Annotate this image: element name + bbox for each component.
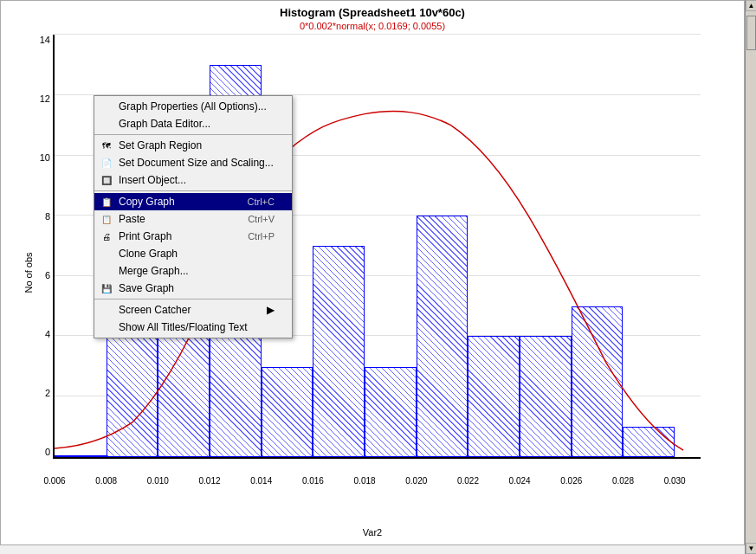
x-tick-0.024: 0.024 (509, 476, 531, 486)
x-tick-0.022: 0.022 (457, 476, 479, 486)
y-tick-8: 8 (16, 211, 50, 222)
bar-0.016 (313, 246, 365, 457)
x-tick-0.016: 0.016 (302, 476, 324, 486)
menu-item-clone-graph-label: Clone Graph (119, 248, 178, 260)
x-tick-0.014: 0.014 (250, 476, 272, 486)
app-window: Histogram (Spreadsheet1 10v*60c) 0*0.002… (0, 0, 756, 554)
menu-item-set-document-size-label: Set Document Size and Scaling... (119, 157, 274, 169)
x-tick-0.008: 0.008 (95, 476, 117, 486)
menu-item-merge-graph[interactable]: Merge Graph... (94, 262, 292, 280)
menu-item-copy-graph[interactable]: 📋 Copy Graph Ctrl+C (94, 193, 292, 210)
y-tick-4: 4 (16, 329, 50, 339)
menu-item-print-graph[interactable]: 🖨 Print Graph Ctrl+P (94, 228, 292, 245)
bar-0.024 (520, 336, 572, 457)
menu-item-graph-properties-label: Graph Properties (All Options)... (119, 100, 267, 113)
x-tick-0.010: 0.010 (147, 476, 169, 486)
print-graph-shortcut: Ctrl+P (248, 231, 275, 242)
menu-item-show-all-titles-label: Show All Titles/Floating Text (119, 321, 248, 333)
menu-item-merge-graph-label: Merge Graph... (119, 265, 189, 277)
menu-item-paste[interactable]: 📋 Paste Ctrl+V (94, 210, 292, 228)
context-menu: Graph Properties (All Options)... Graph … (94, 95, 293, 338)
screen-catcher-arrow-icon: ▶ (267, 304, 275, 316)
insert-object-icon: 🔲 (100, 173, 113, 187)
x-tick-0.020: 0.020 (405, 476, 427, 486)
print-graph-icon: 🖨 (100, 229, 113, 243)
bar-0.026 (572, 306, 624, 457)
menu-item-clone-graph[interactable]: Clone Graph (94, 245, 292, 262)
scrollbar-thumb[interactable] (746, 16, 756, 50)
scrollbar-track[interactable] (746, 11, 756, 543)
menu-item-set-document-size[interactable]: 📄 Set Document Size and Scaling... (94, 154, 292, 171)
y-axis-ticks: 0 2 4 6 8 10 12 14 (16, 35, 50, 457)
menu-item-save-graph-label: Save Graph (119, 282, 174, 294)
menu-item-insert-object-label: Insert Object... (119, 174, 186, 186)
menu-item-graph-properties[interactable]: Graph Properties (All Options)... (94, 98, 292, 115)
copy-graph-shortcut: Ctrl+C (248, 196, 275, 207)
paste-icon: 📋 (100, 212, 113, 226)
bar-0.006 (55, 455, 107, 457)
menu-item-print-graph-label: Print Graph (119, 230, 171, 242)
copy-graph-icon: 📋 (100, 195, 113, 209)
y-tick-14: 14 (16, 35, 50, 45)
graph-title: Histogram (Spreadsheet1 10v*60c) (1, 1, 744, 21)
bar-0.022 (468, 336, 520, 457)
save-graph-icon: 💾 (100, 281, 113, 295)
menu-item-screen-catcher-label: Screen Catcher (119, 304, 191, 316)
menu-item-save-graph[interactable]: 💾 Save Graph (94, 280, 292, 297)
y-tick-0: 0 (16, 447, 50, 457)
graph-subtitle: 0*0.002*normal(x; 0.0169; 0.0055) (1, 21, 744, 31)
paste-shortcut: Ctrl+V (248, 214, 275, 224)
x-tick-0.012: 0.012 (199, 476, 221, 486)
bar-0.018 (365, 367, 417, 457)
menu-item-graph-data-editor-label: Graph Data Editor... (119, 118, 210, 130)
set-document-size-icon: 📄 (100, 156, 113, 170)
menu-separator-1 (94, 134, 292, 135)
menu-item-set-graph-region[interactable]: 🗺 Set Graph Region (94, 137, 292, 154)
y-tick-2: 2 (16, 388, 50, 398)
x-tick-0.006: 0.006 (43, 476, 65, 486)
menu-item-copy-graph-label: Copy Graph (119, 196, 175, 208)
menu-item-paste-label: Paste (119, 213, 145, 225)
menu-item-graph-data-editor[interactable]: Graph Data Editor... (94, 115, 292, 132)
menu-separator-2 (94, 190, 292, 191)
menu-item-screen-catcher[interactable]: Screen Catcher ▶ (94, 301, 292, 319)
y-tick-6: 6 (16, 270, 50, 280)
bar-0.020 (417, 216, 468, 457)
bar-0.028 (623, 427, 675, 457)
x-tick-0.030: 0.030 (664, 476, 686, 486)
x-tick-0.018: 0.018 (354, 476, 376, 486)
x-axis-label: Var2 (363, 527, 382, 538)
x-tick-0.028: 0.028 (612, 476, 634, 486)
y-tick-12: 12 (16, 93, 50, 104)
menu-separator-3 (94, 299, 292, 300)
scrollbar-up-button[interactable]: ▲ (746, 0, 756, 11)
x-tick-0.026: 0.026 (560, 476, 582, 486)
scrollbar: ▲ ▼ (745, 0, 756, 554)
menu-item-insert-object[interactable]: 🔲 Insert Object... (94, 171, 292, 189)
scrollbar-down-button[interactable]: ▼ (746, 543, 756, 554)
bar-0.014 (262, 367, 313, 457)
set-graph-region-icon: 🗺 (100, 138, 113, 152)
menu-item-set-graph-region-label: Set Graph Region (119, 139, 202, 151)
menu-item-show-all-titles[interactable]: Show All Titles/Floating Text (94, 319, 292, 336)
y-tick-10: 10 (16, 152, 50, 163)
